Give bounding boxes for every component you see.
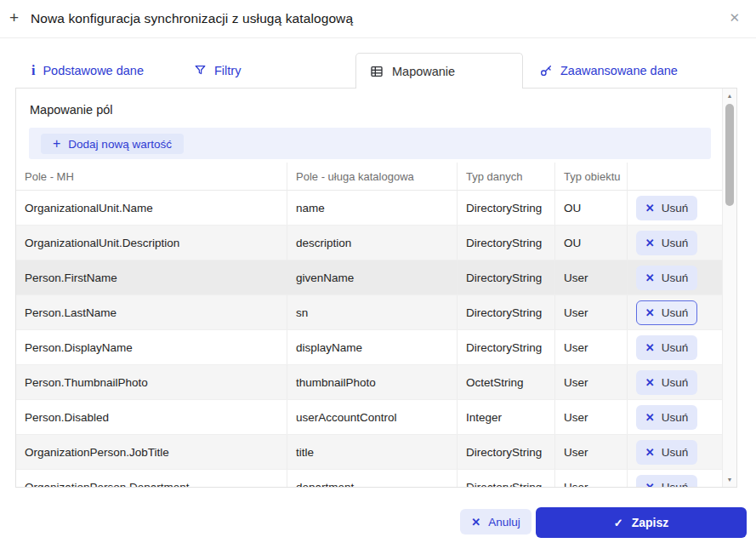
dialog-header: + Nowa konfiguracja synchronizacji z usł… [0, 0, 756, 38]
table-row: OrganizationalUnit.Descriptiondescriptio… [16, 226, 723, 260]
cell-actions: ✕Usuń [628, 365, 723, 399]
remove-button[interactable]: ✕Usuń [636, 370, 697, 395]
x-icon: ✕ [645, 272, 655, 283]
cell-field-mh: Person.ThumbnailPhoto [16, 365, 287, 399]
tab-podstawowe-dane[interactable]: i Podstawowe dane [31, 53, 144, 88]
scrollbar-thumb[interactable] [725, 104, 734, 206]
filter-icon [194, 64, 207, 77]
cell-field-mh: OrganizationPerson.Department [16, 470, 287, 487]
cell-actions: ✕Usuń [628, 400, 723, 434]
cell-field-directory: description [287, 226, 458, 260]
cancel-button[interactable]: ✕ Anuluj [460, 509, 531, 534]
cell-field-directory: department [287, 470, 458, 487]
cell-actions: ✕Usuń [628, 330, 723, 364]
x-icon: ✕ [645, 412, 655, 423]
remove-button[interactable]: ✕Usuń [636, 266, 697, 290]
remove-label: Usuń [662, 481, 689, 488]
cell-field-mh: OrganizationalUnit.Name [16, 191, 287, 225]
check-icon: ✓ [614, 517, 623, 529]
cell-field-directory: userAccountControl [287, 400, 458, 434]
cell-field-directory: displayName [287, 330, 458, 364]
x-icon: ✕ [645, 342, 655, 353]
remove-label: Usuń [662, 446, 689, 459]
cell-field-directory: thumbnailPhoto [287, 365, 458, 399]
cell-data-type: DirectoryString [458, 295, 555, 329]
save-label: Zapisz [632, 516, 669, 529]
cell-object-type: User [555, 470, 628, 487]
table-header: Pole - MH Pole - uługa katalogowa Typ da… [16, 163, 723, 191]
table-row: Person.LastNamesnDirectoryStringUser✕Usu… [16, 295, 723, 330]
tab-filtry[interactable]: Filtry [194, 53, 241, 88]
cell-actions: ✕Usuń [628, 295, 723, 329]
cell-data-type: DirectoryString [458, 260, 555, 294]
cell-field-mh: Person.Disabled [16, 400, 287, 434]
table-row: Person.DisplayNamedisplayNameDirectorySt… [16, 330, 723, 365]
remove-button[interactable]: ✕Usuń [636, 335, 697, 360]
remove-button[interactable]: ✕Usuń [636, 405, 697, 430]
cell-object-type: OU [555, 226, 628, 260]
x-icon: ✕ [471, 516, 480, 529]
remove-label: Usuń [662, 411, 689, 424]
table-row: Person.DisableduserAccountControlInteger… [16, 400, 723, 435]
column-header-field-mh: Pole - MH [16, 163, 287, 190]
cell-object-type: OU [555, 191, 628, 225]
x-icon: ✕ [645, 482, 655, 488]
remove-button[interactable]: ✕Usuń [636, 231, 697, 255]
x-icon: ✕ [645, 237, 655, 249]
cell-object-type: User [555, 295, 628, 329]
remove-button[interactable]: ✕Usuń [636, 475, 697, 488]
save-button[interactable]: ✓ Zapisz [536, 507, 747, 538]
x-icon: ✕ [645, 307, 655, 318]
scroll-up-icon[interactable]: ▲ [723, 89, 736, 102]
tab-zaawansowane-dane[interactable]: Zaawansowane dane [539, 53, 678, 88]
cell-object-type: User [555, 330, 628, 364]
remove-label: Usuń [662, 272, 689, 284]
remove-button[interactable]: ✕Usuń [636, 300, 697, 325]
cell-data-type: Integer [458, 400, 555, 434]
table-row: OrganizationPerson.JobTitletitleDirector… [16, 435, 723, 470]
cell-field-directory: name [287, 191, 458, 225]
mapping-panel: Mapowanie pól + Dodaj nową wartość Pole … [15, 88, 737, 488]
section-title: Mapowanie pól [30, 103, 113, 117]
scroll-down-icon[interactable]: ▼ [723, 473, 736, 486]
cell-actions: ✕Usuń [628, 260, 723, 294]
tab-mapowanie[interactable]: Mapowanie [355, 53, 523, 89]
tab-label: Filtry [214, 64, 241, 77]
tab-label: Podstawowe dane [43, 64, 144, 77]
cell-actions: ✕Usuń [628, 226, 723, 260]
x-icon: ✕ [645, 203, 655, 214]
cell-data-type: DirectoryString [458, 470, 555, 487]
remove-label: Usuń [662, 376, 689, 389]
cell-data-type: DirectoryString [458, 191, 555, 225]
cell-field-mh: OrganizationalUnit.Description [16, 226, 287, 260]
cell-actions: ✕Usuń [628, 435, 723, 469]
dialog-title: Nowa konfiguracja synchronizacji z usług… [31, 0, 353, 37]
add-value-banner: + Dodaj nową wartość [29, 128, 711, 159]
cell-data-type: DirectoryString [458, 435, 555, 469]
remove-button[interactable]: ✕Usuń [636, 440, 697, 465]
plus-icon: + [53, 137, 60, 151]
column-header-field-directory: Pole - uługa katalogowa [287, 163, 458, 190]
table-row: OrganizationPerson.DepartmentdepartmentD… [16, 470, 723, 487]
x-icon: ✕ [645, 447, 655, 458]
tab-label: Zaawansowane dane [560, 64, 678, 77]
cell-object-type: User [555, 365, 628, 399]
column-header-data-type: Typ danych [458, 163, 555, 190]
cell-field-directory: title [287, 435, 458, 469]
cell-object-type: User [555, 435, 628, 469]
remove-label: Usuń [662, 306, 689, 319]
remove-label: Usuń [662, 341, 689, 354]
remove-label: Usuń [662, 202, 689, 214]
table-row: Person.FirstNamegivenNameDirectoryString… [16, 260, 723, 295]
table-body: OrganizationalUnit.NamenameDirectoryStri… [16, 191, 723, 487]
table-icon [370, 65, 384, 78]
cell-field-mh: Person.FirstName [16, 260, 287, 294]
scrollbar[interactable]: ▲ ▼ [722, 89, 736, 487]
cell-object-type: User [555, 400, 628, 434]
remove-button[interactable]: ✕Usuń [636, 196, 697, 220]
key-icon [539, 64, 553, 77]
close-icon[interactable]: ✕ [729, 9, 740, 26]
add-new-value-button[interactable]: + Dodaj nową wartość [41, 134, 184, 154]
cell-field-directory: givenName [287, 260, 458, 294]
cancel-label: Anuluj [488, 516, 520, 529]
